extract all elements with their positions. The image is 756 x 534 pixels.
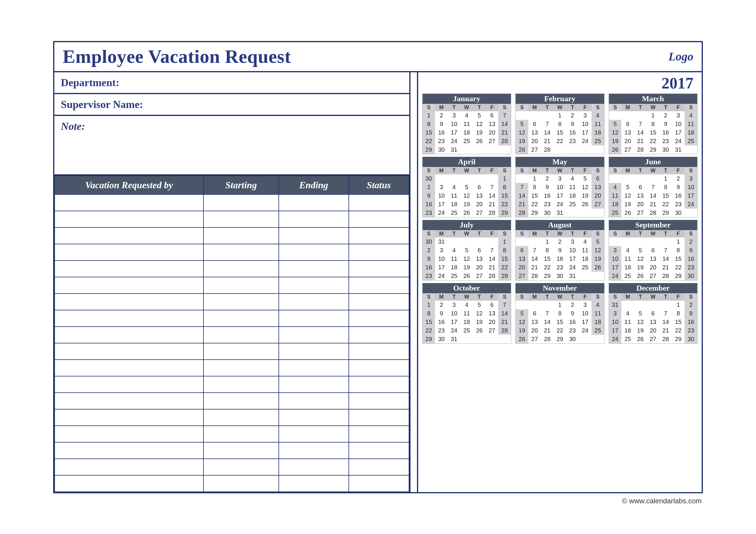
table-cell[interactable] [279, 327, 349, 343]
table-cell[interactable] [349, 327, 409, 343]
table-cell[interactable] [279, 211, 349, 227]
table-cell[interactable] [203, 277, 279, 293]
table-cell[interactable] [279, 393, 349, 409]
table-cell[interactable] [279, 343, 349, 360]
table-cell[interactable] [55, 426, 203, 442]
note-field[interactable]: Note: [54, 116, 409, 176]
table-cell[interactable] [55, 244, 203, 261]
table-cell[interactable] [279, 194, 349, 211]
table-row[interactable] [55, 426, 409, 442]
table-cell[interactable] [279, 244, 349, 261]
table-row[interactable] [55, 475, 409, 492]
table-cell[interactable] [55, 310, 203, 327]
day-cell [579, 335, 591, 343]
supervisor-field[interactable]: Supervisor Name: [54, 94, 409, 116]
table-row[interactable] [55, 310, 409, 327]
table-cell[interactable] [55, 376, 203, 393]
table-cell[interactable] [55, 327, 203, 343]
table-cell[interactable] [279, 409, 349, 426]
day-cell: 10 [435, 191, 448, 200]
table-cell[interactable] [55, 293, 203, 310]
table-cell[interactable] [203, 442, 279, 459]
table-cell[interactable] [279, 426, 349, 442]
department-field[interactable]: Department: [54, 72, 409, 94]
table-cell[interactable] [203, 426, 279, 442]
table-cell[interactable] [349, 409, 409, 426]
table-cell[interactable] [349, 261, 409, 277]
table-cell[interactable] [203, 343, 279, 360]
table-row[interactable] [55, 459, 409, 475]
month-may: MaySMTWTFS123456789101112131415161718192… [515, 157, 604, 217]
table-row[interactable] [55, 343, 409, 360]
table-cell[interactable] [349, 376, 409, 393]
table-row[interactable] [55, 293, 409, 310]
table-cell[interactable] [349, 293, 409, 310]
table-cell[interactable] [203, 327, 279, 343]
table-cell[interactable] [279, 376, 349, 393]
table-cell[interactable] [203, 393, 279, 409]
table-cell[interactable] [55, 343, 203, 360]
table-cell[interactable] [349, 211, 409, 227]
table-cell[interactable] [203, 293, 279, 310]
table-cell[interactable] [349, 343, 409, 360]
table-row[interactable] [55, 244, 409, 261]
table-cell[interactable] [55, 409, 203, 426]
table-cell[interactable] [349, 227, 409, 244]
table-cell[interactable] [279, 475, 349, 492]
table-cell[interactable] [279, 227, 349, 244]
table-cell[interactable] [279, 360, 349, 376]
table-row[interactable] [55, 376, 409, 393]
table-cell[interactable] [55, 475, 203, 492]
table-row[interactable] [55, 261, 409, 277]
table-cell[interactable] [279, 459, 349, 475]
table-cell[interactable] [55, 393, 203, 409]
table-cell[interactable] [203, 261, 279, 277]
table-cell[interactable] [203, 194, 279, 211]
table-row[interactable] [55, 360, 409, 376]
table-cell[interactable] [279, 277, 349, 293]
day-cell: 26 [473, 137, 486, 145]
table-cell[interactable] [55, 194, 203, 211]
table-cell[interactable] [203, 360, 279, 376]
table-cell[interactable] [349, 310, 409, 327]
table-cell[interactable] [55, 360, 203, 376]
table-cell[interactable] [203, 459, 279, 475]
table-cell[interactable] [279, 310, 349, 327]
table-cell[interactable] [349, 277, 409, 293]
table-cell[interactable] [203, 227, 279, 244]
table-cell[interactable] [203, 310, 279, 327]
day-cell: 21 [541, 137, 554, 145]
table-cell[interactable] [349, 475, 409, 492]
table-cell[interactable] [349, 194, 409, 211]
table-row[interactable] [55, 194, 409, 211]
table-cell[interactable] [203, 409, 279, 426]
table-row[interactable] [55, 442, 409, 459]
table-cell[interactable] [203, 211, 279, 227]
table-cell[interactable] [279, 442, 349, 459]
table-cell[interactable] [349, 459, 409, 475]
table-row[interactable] [55, 277, 409, 293]
table-cell[interactable] [55, 227, 203, 244]
day-cell: 27 [647, 272, 660, 280]
table-cell[interactable] [55, 442, 203, 459]
table-cell[interactable] [55, 211, 203, 227]
table-cell[interactable] [349, 393, 409, 409]
table-cell[interactable] [55, 277, 203, 293]
table-row[interactable] [55, 327, 409, 343]
table-cell[interactable] [203, 475, 279, 492]
table-cell[interactable] [349, 426, 409, 442]
table-cell[interactable] [203, 244, 279, 261]
table-cell[interactable] [349, 244, 409, 261]
table-cell[interactable] [279, 293, 349, 310]
table-cell[interactable] [349, 442, 409, 459]
table-cell[interactable] [55, 459, 203, 475]
table-cell[interactable] [349, 360, 409, 376]
table-cell[interactable] [203, 376, 279, 393]
table-row[interactable] [55, 393, 409, 409]
day-cell: 28 [486, 209, 499, 217]
table-row[interactable] [55, 211, 409, 227]
table-row[interactable] [55, 227, 409, 244]
table-cell[interactable] [55, 261, 203, 277]
table-cell[interactable] [279, 261, 349, 277]
table-row[interactable] [55, 409, 409, 426]
